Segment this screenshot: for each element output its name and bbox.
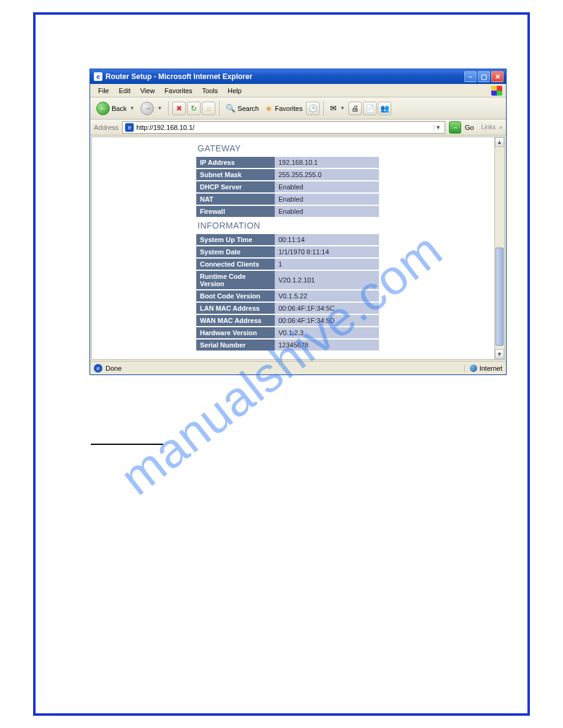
toolbar-separator [168,101,169,116]
table-row: LAN MAC Address00:06:4F:1F:34:5C [196,303,379,314]
address-field[interactable]: e ▼ [122,121,445,134]
address-bar: Address e ▼ → Go Links » [90,119,506,135]
table-row: Hardware VersionV0.1.2.3 [196,327,379,338]
row-value: 12345678 [275,339,379,351]
vertical-scrollbar[interactable]: ▲ ▼ [494,137,504,359]
ie-favicon-icon: e [125,123,134,132]
row-label: Connected Clients [196,259,275,270]
mail-icon: ✉ [330,104,337,113]
table-row: Serial Number12345678 [196,339,379,351]
row-label: Runtime Code Version [196,271,275,289]
print-button[interactable]: 🖨 [348,102,362,115]
menu-favorites[interactable]: Favorites [159,86,197,96]
information-table: System Up Time00:11:14 System Date1/1/19… [196,233,379,352]
row-label: Firewall [196,206,275,217]
row-label: Hardware Version [196,327,275,338]
home-button[interactable]: ⌂ [202,102,215,115]
row-value: V20.1.2.101 [275,271,379,289]
scroll-thumb[interactable] [496,248,504,346]
toolbar-separator [323,101,324,116]
row-label: LAN MAC Address [196,303,275,314]
maximize-button[interactable]: ▢ [478,71,490,82]
table-row: Runtime Code VersionV20.1.2.101 [196,271,379,289]
toolbar: ← Back ▼ → ▼ ✖ ↻ ⌂ 🔍 Search ★ Favorites … [90,97,506,119]
chevron-down-icon: ▼ [157,105,162,111]
window-title: Router Setup - Microsoft Internet Explor… [105,72,464,81]
go-button[interactable]: → [449,121,461,134]
forward-button[interactable]: → ▼ [138,100,164,116]
table-row: Connected Clients1 [196,259,379,270]
stop-button[interactable]: ✖ [172,102,186,115]
menu-tools[interactable]: Tools [197,86,223,96]
table-row: System Date1/1/1970 8:11:14 [196,246,379,257]
search-icon: 🔍 [226,104,236,113]
scroll-up-icon[interactable]: ▲ [495,137,504,147]
chevron-down-icon: ▼ [340,105,345,111]
table-row: Boot Code VersionV0.1.5.22 [196,290,379,301]
ie-status-icon: e [94,364,102,373]
row-value: V0.1.2.3 [275,327,379,338]
row-value: 1 [275,259,379,270]
table-row: FirewallEnabled [196,206,379,217]
links-chevron-icon[interactable]: » [499,124,502,131]
menu-file[interactable]: File [93,86,114,96]
row-value: 1/1/1970 8:11:14 [275,246,379,257]
address-label: Address [94,124,118,131]
titlebar: e Router Setup - Microsoft Internet Expl… [90,69,506,84]
page-frame: e Router Setup - Microsoft Internet Expl… [33,12,530,716]
table-row: System Up Time00:11:14 [196,234,379,245]
history-button[interactable]: 🕑 [306,102,320,115]
row-label: NAT [196,194,275,205]
messenger-button[interactable]: 👥 [378,102,391,115]
go-label: Go [465,124,474,131]
section-title-gateway: GATEWAY [197,143,504,153]
row-label: WAN MAC Address [196,315,275,326]
row-label: System Date [196,246,275,257]
table-row: WAN MAC Address00:06:4F:1F:34:5D [196,315,379,326]
internet-zone-icon [470,365,477,372]
favorites-button[interactable]: ★ Favorites [262,100,305,116]
row-value: 255.255.255.0 [275,169,379,180]
row-value: 00:11:14 [275,234,379,245]
status-text: Done [105,365,121,372]
close-button[interactable]: ✕ [491,71,504,82]
row-value: Enabled [275,194,379,205]
menu-help[interactable]: Help [223,86,247,96]
star-icon: ★ [265,104,273,113]
table-row: Subnet Mask255.255.255.0 [196,169,379,180]
ie-window: e Router Setup - Microsoft Internet Expl… [90,69,507,375]
gateway-table: IP Address192.168.10.1 Subnet Mask255.25… [196,156,379,218]
table-row: DHCP ServerEnabled [196,181,379,192]
back-button[interactable]: ← Back ▼ [94,100,137,116]
row-value: V0.1.5.22 [275,290,379,301]
links-label: Links [481,124,496,131]
security-zone: Internet [464,365,502,372]
row-label: DHCP Server [196,181,275,192]
address-input[interactable] [136,124,431,131]
menu-edit[interactable]: Edit [114,86,136,96]
row-label: IP Address [196,157,275,168]
forward-arrow-icon: → [140,102,154,115]
refresh-button[interactable]: ↻ [187,102,201,115]
address-dropdown-icon[interactable]: ▼ [434,124,442,131]
table-row: IP Address192.168.10.1 [196,157,379,168]
scroll-down-icon[interactable]: ▼ [495,349,504,359]
edit-button[interactable]: 📄 [363,102,377,115]
back-arrow-icon: ← [96,102,110,115]
row-label: Serial Number [196,339,275,351]
ie-logo-icon: e [94,72,102,81]
windows-flag-icon [491,86,502,96]
minimize-button[interactable]: – [464,71,477,82]
menu-view[interactable]: View [136,86,160,96]
mail-button[interactable]: ✉ ▼ [327,100,347,116]
search-button[interactable]: 🔍 Search [223,100,261,116]
chevron-down-icon: ▼ [129,105,134,111]
document-rule [91,444,163,445]
zone-label: Internet [480,365,502,372]
menubar: File Edit View Favorites Tools Help [90,84,506,97]
toolbar-separator [219,101,220,116]
row-label: System Up Time [196,234,275,245]
content-area: GATEWAY IP Address192.168.10.1 Subnet Ma… [91,137,505,360]
section-title-information: INFORMATION [197,221,504,230]
row-value: Enabled [275,181,379,192]
